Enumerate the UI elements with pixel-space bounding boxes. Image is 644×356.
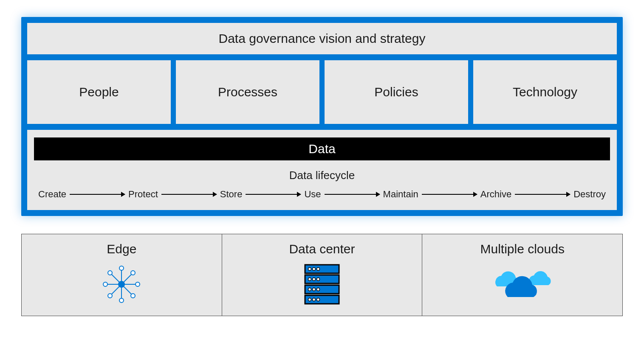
arrow-icon	[242, 194, 304, 195]
lifecycle-step-protect: Protect	[128, 189, 158, 200]
arrow-icon	[66, 194, 128, 195]
svg-point-26	[317, 278, 320, 281]
lifecycle-step-destroy: Destroy	[573, 189, 606, 200]
svg-point-16	[118, 281, 125, 288]
svg-point-11	[136, 282, 140, 286]
svg-point-14	[108, 294, 112, 298]
pillar-label: Technology	[513, 85, 577, 99]
clouds-icon	[427, 263, 618, 306]
pillar-label: Policies	[374, 85, 418, 99]
arrow-icon	[158, 194, 220, 195]
vision-strategy-bar: Data governance vision and strategy	[27, 23, 617, 54]
svg-point-25	[313, 278, 316, 281]
environment-edge: Edge	[22, 234, 222, 316]
svg-point-28	[313, 288, 316, 291]
data-band-label: Data	[308, 142, 335, 156]
svg-point-31	[313, 298, 316, 301]
svg-point-22	[313, 268, 316, 271]
lifecycle-row: Create Protect Store Use Maintain Archiv…	[34, 189, 610, 200]
server-rack-icon	[226, 263, 418, 306]
lifecycle-step-store: Store	[220, 189, 243, 200]
arrow-icon	[321, 194, 383, 195]
lifecycle-step-maintain: Maintain	[383, 189, 418, 200]
environment-label: Edge	[26, 242, 217, 256]
svg-point-8	[119, 266, 124, 270]
pillar-label: People	[79, 85, 119, 99]
lifecycle-step-create: Create	[38, 189, 66, 200]
data-section: Data Data lifecycle Create Protect Store…	[27, 130, 617, 210]
arrow-icon	[511, 194, 573, 195]
svg-point-23	[317, 268, 320, 271]
environment-label: Multiple clouds	[427, 242, 618, 256]
pillar-label: Processes	[218, 85, 277, 99]
svg-point-32	[317, 298, 320, 301]
svg-point-10	[103, 282, 107, 286]
environment-label: Data center	[226, 242, 418, 256]
svg-point-24	[308, 278, 311, 281]
svg-point-12	[108, 271, 112, 275]
lifecycle-step-use: Use	[304, 189, 321, 200]
pillar-policies: Policies	[325, 60, 468, 124]
pillar-technology: Technology	[473, 60, 617, 124]
lifecycle-title: Data lifecycle	[34, 169, 610, 182]
pillar-processes: Processes	[176, 60, 319, 124]
pillar-people: People	[27, 60, 171, 124]
environments-row: Edge	[21, 234, 623, 316]
svg-point-13	[131, 271, 135, 275]
edge-network-icon	[26, 263, 217, 306]
arrow-icon	[418, 194, 480, 195]
svg-point-29	[317, 288, 320, 291]
svg-point-27	[308, 288, 311, 291]
lifecycle-step-archive: Archive	[480, 189, 511, 200]
svg-point-15	[131, 294, 135, 298]
vision-label: Data governance vision and strategy	[219, 31, 426, 45]
svg-point-21	[308, 268, 311, 271]
svg-point-30	[308, 298, 311, 301]
environment-multiple-clouds: Multiple clouds	[422, 234, 622, 316]
svg-point-9	[119, 298, 124, 303]
governance-framework: Data governance vision and strategy Peop…	[21, 17, 623, 216]
pillars-row: People Processes Policies Technology	[27, 60, 617, 124]
data-band: Data	[34, 137, 610, 160]
environment-data-center: Data center	[222, 234, 422, 316]
